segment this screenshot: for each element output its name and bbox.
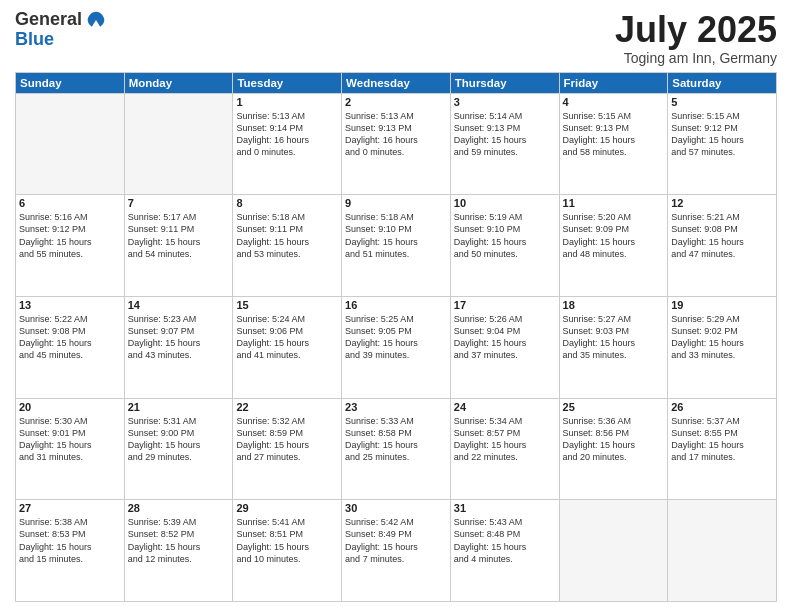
day-number: 25 xyxy=(563,401,665,413)
header: General Blue July 2025 Toging am Inn, Ge… xyxy=(15,10,777,66)
logo-blue: Blue xyxy=(15,30,82,50)
table-row: 22Sunrise: 5:32 AM Sunset: 8:59 PM Dayli… xyxy=(233,398,342,500)
table-row: 11Sunrise: 5:20 AM Sunset: 9:09 PM Dayli… xyxy=(559,195,668,297)
day-number: 13 xyxy=(19,299,121,311)
col-saturday: Saturday xyxy=(668,72,777,93)
day-info: Sunrise: 5:27 AM Sunset: 9:03 PM Dayligh… xyxy=(563,313,665,362)
day-info: Sunrise: 5:24 AM Sunset: 9:06 PM Dayligh… xyxy=(236,313,338,362)
calendar-table: Sunday Monday Tuesday Wednesday Thursday… xyxy=(15,72,777,602)
logo-text-container: General Blue xyxy=(15,10,106,50)
day-number: 15 xyxy=(236,299,338,311)
table-row: 18Sunrise: 5:27 AM Sunset: 9:03 PM Dayli… xyxy=(559,296,668,398)
day-info: Sunrise: 5:15 AM Sunset: 9:12 PM Dayligh… xyxy=(671,110,773,159)
table-row: 25Sunrise: 5:36 AM Sunset: 8:56 PM Dayli… xyxy=(559,398,668,500)
day-number: 17 xyxy=(454,299,556,311)
day-number: 26 xyxy=(671,401,773,413)
day-number: 12 xyxy=(671,197,773,209)
day-number: 1 xyxy=(236,96,338,108)
day-info: Sunrise: 5:38 AM Sunset: 8:53 PM Dayligh… xyxy=(19,516,121,565)
calendar-week-row: 27Sunrise: 5:38 AM Sunset: 8:53 PM Dayli… xyxy=(16,500,777,602)
table-row: 16Sunrise: 5:25 AM Sunset: 9:05 PM Dayli… xyxy=(342,296,451,398)
day-number: 8 xyxy=(236,197,338,209)
day-info: Sunrise: 5:33 AM Sunset: 8:58 PM Dayligh… xyxy=(345,415,447,464)
table-row xyxy=(668,500,777,602)
day-info: Sunrise: 5:21 AM Sunset: 9:08 PM Dayligh… xyxy=(671,211,773,260)
header-row: Sunday Monday Tuesday Wednesday Thursday… xyxy=(16,72,777,93)
page: General Blue July 2025 Toging am Inn, Ge… xyxy=(0,0,792,612)
table-row: 17Sunrise: 5:26 AM Sunset: 9:04 PM Dayli… xyxy=(450,296,559,398)
month-title: July 2025 xyxy=(615,10,777,50)
day-number: 20 xyxy=(19,401,121,413)
day-number: 31 xyxy=(454,502,556,514)
table-row: 15Sunrise: 5:24 AM Sunset: 9:06 PM Dayli… xyxy=(233,296,342,398)
col-monday: Monday xyxy=(124,72,233,93)
table-row: 6Sunrise: 5:16 AM Sunset: 9:12 PM Daylig… xyxy=(16,195,125,297)
location: Toging am Inn, Germany xyxy=(615,50,777,66)
day-number: 7 xyxy=(128,197,230,209)
day-number: 23 xyxy=(345,401,447,413)
table-row: 13Sunrise: 5:22 AM Sunset: 9:08 PM Dayli… xyxy=(16,296,125,398)
calendar-week-row: 13Sunrise: 5:22 AM Sunset: 9:08 PM Dayli… xyxy=(16,296,777,398)
logo: General Blue xyxy=(15,10,106,50)
table-row: 3Sunrise: 5:14 AM Sunset: 9:13 PM Daylig… xyxy=(450,93,559,195)
day-info: Sunrise: 5:20 AM Sunset: 9:09 PM Dayligh… xyxy=(563,211,665,260)
table-row: 7Sunrise: 5:17 AM Sunset: 9:11 PM Daylig… xyxy=(124,195,233,297)
table-row: 27Sunrise: 5:38 AM Sunset: 8:53 PM Dayli… xyxy=(16,500,125,602)
col-wednesday: Wednesday xyxy=(342,72,451,93)
day-info: Sunrise: 5:31 AM Sunset: 9:00 PM Dayligh… xyxy=(128,415,230,464)
table-row: 2Sunrise: 5:13 AM Sunset: 9:13 PM Daylig… xyxy=(342,93,451,195)
day-number: 29 xyxy=(236,502,338,514)
day-number: 24 xyxy=(454,401,556,413)
day-info: Sunrise: 5:41 AM Sunset: 8:51 PM Dayligh… xyxy=(236,516,338,565)
table-row: 30Sunrise: 5:42 AM Sunset: 8:49 PM Dayli… xyxy=(342,500,451,602)
day-number: 4 xyxy=(563,96,665,108)
day-info: Sunrise: 5:34 AM Sunset: 8:57 PM Dayligh… xyxy=(454,415,556,464)
day-info: Sunrise: 5:43 AM Sunset: 8:48 PM Dayligh… xyxy=(454,516,556,565)
table-row: 28Sunrise: 5:39 AM Sunset: 8:52 PM Dayli… xyxy=(124,500,233,602)
day-info: Sunrise: 5:30 AM Sunset: 9:01 PM Dayligh… xyxy=(19,415,121,464)
calendar-week-row: 1Sunrise: 5:13 AM Sunset: 9:14 PM Daylig… xyxy=(16,93,777,195)
day-number: 3 xyxy=(454,96,556,108)
title-section: July 2025 Toging am Inn, Germany xyxy=(615,10,777,66)
table-row: 14Sunrise: 5:23 AM Sunset: 9:07 PM Dayli… xyxy=(124,296,233,398)
table-row: 10Sunrise: 5:19 AM Sunset: 9:10 PM Dayli… xyxy=(450,195,559,297)
day-number: 14 xyxy=(128,299,230,311)
day-number: 11 xyxy=(563,197,665,209)
day-number: 18 xyxy=(563,299,665,311)
day-info: Sunrise: 5:25 AM Sunset: 9:05 PM Dayligh… xyxy=(345,313,447,362)
day-number: 28 xyxy=(128,502,230,514)
table-row: 26Sunrise: 5:37 AM Sunset: 8:55 PM Dayli… xyxy=(668,398,777,500)
day-number: 21 xyxy=(128,401,230,413)
table-row xyxy=(559,500,668,602)
day-info: Sunrise: 5:42 AM Sunset: 8:49 PM Dayligh… xyxy=(345,516,447,565)
table-row: 29Sunrise: 5:41 AM Sunset: 8:51 PM Dayli… xyxy=(233,500,342,602)
day-number: 10 xyxy=(454,197,556,209)
day-info: Sunrise: 5:18 AM Sunset: 9:10 PM Dayligh… xyxy=(345,211,447,260)
logo-general: General xyxy=(15,10,82,30)
table-row: 23Sunrise: 5:33 AM Sunset: 8:58 PM Dayli… xyxy=(342,398,451,500)
day-number: 30 xyxy=(345,502,447,514)
day-info: Sunrise: 5:15 AM Sunset: 9:13 PM Dayligh… xyxy=(563,110,665,159)
day-number: 2 xyxy=(345,96,447,108)
day-info: Sunrise: 5:14 AM Sunset: 9:13 PM Dayligh… xyxy=(454,110,556,159)
col-sunday: Sunday xyxy=(16,72,125,93)
day-info: Sunrise: 5:36 AM Sunset: 8:56 PM Dayligh… xyxy=(563,415,665,464)
day-info: Sunrise: 5:32 AM Sunset: 8:59 PM Dayligh… xyxy=(236,415,338,464)
col-thursday: Thursday xyxy=(450,72,559,93)
table-row: 12Sunrise: 5:21 AM Sunset: 9:08 PM Dayli… xyxy=(668,195,777,297)
day-number: 6 xyxy=(19,197,121,209)
day-number: 5 xyxy=(671,96,773,108)
day-info: Sunrise: 5:22 AM Sunset: 9:08 PM Dayligh… xyxy=(19,313,121,362)
day-info: Sunrise: 5:39 AM Sunset: 8:52 PM Dayligh… xyxy=(128,516,230,565)
table-row: 9Sunrise: 5:18 AM Sunset: 9:10 PM Daylig… xyxy=(342,195,451,297)
day-info: Sunrise: 5:26 AM Sunset: 9:04 PM Dayligh… xyxy=(454,313,556,362)
table-row: 1Sunrise: 5:13 AM Sunset: 9:14 PM Daylig… xyxy=(233,93,342,195)
day-info: Sunrise: 5:29 AM Sunset: 9:02 PM Dayligh… xyxy=(671,313,773,362)
table-row: 21Sunrise: 5:31 AM Sunset: 9:00 PM Dayli… xyxy=(124,398,233,500)
day-number: 9 xyxy=(345,197,447,209)
day-info: Sunrise: 5:13 AM Sunset: 9:14 PM Dayligh… xyxy=(236,110,338,159)
day-info: Sunrise: 5:37 AM Sunset: 8:55 PM Dayligh… xyxy=(671,415,773,464)
table-row: 5Sunrise: 5:15 AM Sunset: 9:12 PM Daylig… xyxy=(668,93,777,195)
day-number: 27 xyxy=(19,502,121,514)
logo-icon xyxy=(86,10,106,30)
